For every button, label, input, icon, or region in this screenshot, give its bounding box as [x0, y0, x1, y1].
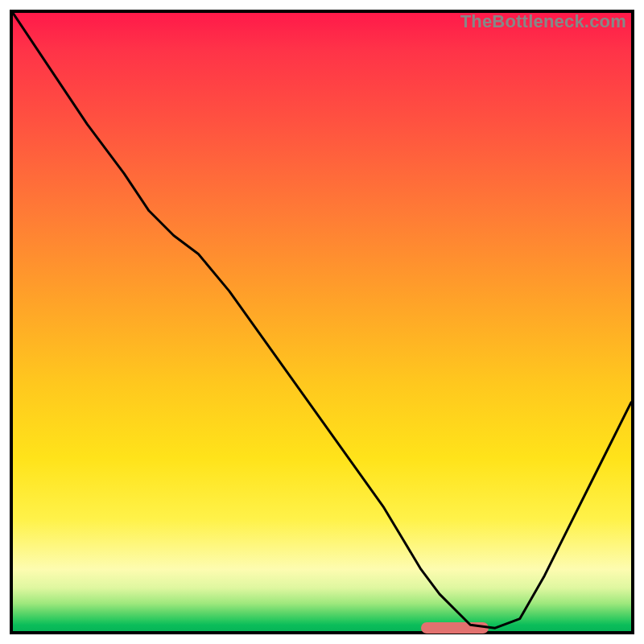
bottleneck-curve-path — [13, 13, 631, 628]
chart-frame: TheBottleneck.com — [10, 10, 634, 634]
bottleneck-curve-svg — [13, 13, 631, 631]
attribution-text: TheBottleneck.com — [460, 11, 626, 32]
plot-area — [13, 13, 631, 631]
